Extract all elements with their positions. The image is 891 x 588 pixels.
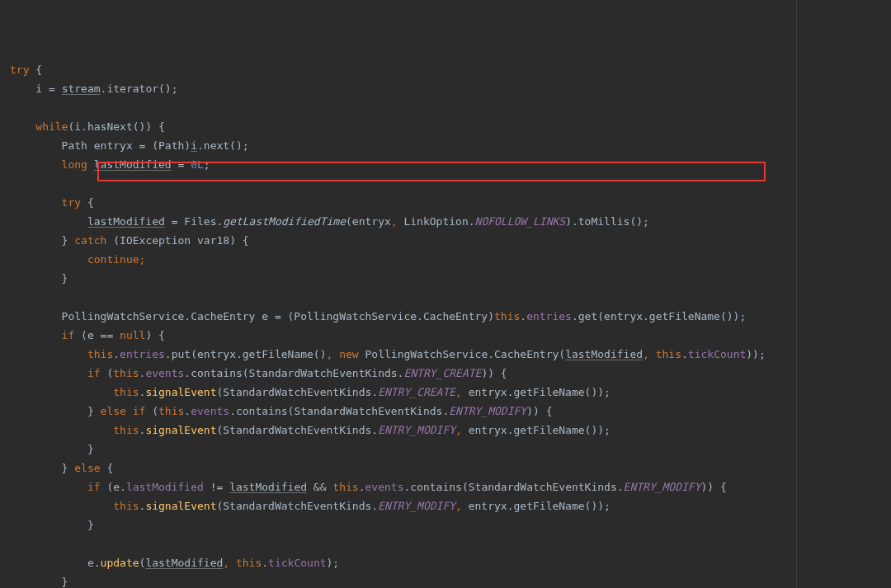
code-editor[interactable]: try { i = stream.iterator(); while(i.has…	[0, 0, 891, 588]
code-token: long	[10, 158, 94, 171]
code-token: .	[681, 348, 688, 360]
code-token: ,	[223, 557, 236, 569]
code-token: {	[81, 196, 94, 209]
code-line	[10, 98, 891, 117]
code-token: LinkOption.	[398, 215, 475, 228]
code-token: entryx.getFileName());	[462, 386, 610, 398]
code-token: this	[332, 481, 358, 493]
code-token: .	[184, 405, 191, 417]
code-token: entryx.getFileName());	[462, 424, 610, 436]
code-token: ENTRY_CREATE	[378, 386, 455, 398]
code-line: } else {	[10, 459, 891, 477]
code-line: }	[10, 269, 891, 288]
code-token: catch	[74, 234, 106, 247]
code-line: this.signalEvent(StandardWatchEventKinds…	[10, 421, 891, 440]
code-line: this.signalEvent(StandardWatchEventKinds…	[10, 383, 891, 402]
code-token: .iterator();	[101, 82, 178, 95]
code-token: ENTRY_CREATE	[403, 367, 481, 379]
code-token: ENTRY_MODIFY	[378, 424, 455, 436]
code-token: }	[10, 576, 68, 588]
code-token: .contains(StandardWatchEventKinds.	[184, 367, 403, 379]
code-token: lastModified	[126, 481, 204, 493]
code-token: ;	[204, 158, 210, 171]
code-line: this.entries.put(entryx.getFileName(), n…	[10, 345, 891, 364]
code-token: (i.hasNext()) {	[68, 120, 164, 133]
code-token: signalEvent	[145, 386, 216, 398]
code-token: i =	[10, 82, 62, 95]
code-token: .	[113, 348, 120, 360]
code-token: i	[191, 139, 197, 152]
code-line: long lastModified = 0L;	[10, 155, 891, 174]
code-token: )) {	[701, 481, 727, 493]
code-token: {	[101, 462, 114, 474]
code-token: .put(entryx.getFileName()	[165, 348, 327, 360]
code-token: =	[172, 158, 191, 171]
code-line: } catch (IOException var18) {	[10, 231, 891, 250]
code-token: {	[29, 64, 42, 76]
code-token: (IOException var18) {	[106, 234, 248, 247]
code-token: try	[10, 196, 81, 209]
code-token: .	[262, 557, 268, 569]
code-token: ,	[391, 215, 398, 228]
code-line	[10, 288, 891, 307]
code-token: lastModified	[565, 348, 643, 360]
code-token: = Files.	[165, 215, 223, 228]
code-token: }	[10, 443, 94, 455]
code-line: e.update(lastModified, this.tickCount);	[10, 553, 891, 572]
code-token: }	[10, 519, 94, 531]
code-token: Path entryx = (Path)	[10, 139, 191, 152]
code-token: continue;	[10, 253, 145, 266]
code-token: ) {	[145, 329, 164, 341]
right-margin-ruler	[796, 0, 797, 588]
code-line: }	[10, 515, 891, 534]
code-token: ENTRY_MODIFY	[378, 500, 455, 512]
code-token: (StandardWatchEventKinds.	[216, 500, 378, 512]
code-line: i = stream.iterator();	[10, 79, 891, 98]
code-token: , new	[327, 348, 359, 360]
code-token: this	[494, 310, 520, 322]
code-token: ));	[746, 348, 765, 360]
code-line: }	[10, 572, 891, 588]
code-token: !=	[204, 481, 229, 493]
code-token: else if	[101, 405, 146, 417]
code-token: .next();	[197, 139, 249, 152]
code-token: )) {	[526, 405, 552, 417]
code-token: lastModified	[87, 215, 165, 228]
code-line: PollingWatchService.CacheEntry e = (Poll…	[10, 307, 891, 326]
code-token: (	[101, 367, 114, 379]
code-token: .	[359, 481, 365, 493]
code-token: .contains(StandardWatchEventKinds.	[403, 481, 623, 493]
code-token: (entryx	[346, 215, 391, 228]
code-token: NOFOLLOW_LINKS	[475, 215, 566, 228]
code-token: getLastModifiedTime	[223, 215, 346, 228]
code-token: this	[236, 557, 262, 569]
code-token: (e ==	[74, 329, 120, 341]
code-token: )) {	[481, 367, 507, 379]
code-token: .	[520, 310, 526, 322]
code-line	[10, 534, 891, 553]
code-token: lastModified	[94, 158, 172, 171]
code-token: signalEvent	[145, 424, 216, 436]
code-token	[10, 215, 87, 228]
code-token: ENTRY_MODIFY	[449, 405, 526, 417]
code-token: ).toMillis();	[565, 215, 649, 228]
code-line: continue;	[10, 250, 891, 269]
code-token: (	[145, 405, 158, 417]
code-line: try {	[10, 60, 891, 79]
code-token: this	[158, 405, 184, 417]
code-token: null	[120, 329, 145, 341]
code-token: try	[10, 64, 29, 76]
code-token: }	[10, 462, 74, 474]
code-line: Path entryx = (Path)i.next();	[10, 136, 891, 155]
code-token: PollingWatchService.CacheEntry(	[359, 348, 565, 360]
code-line: if (this.events.contains(StandardWatchEv…	[10, 364, 891, 383]
code-line: try {	[10, 193, 891, 212]
code-line: }	[10, 440, 891, 459]
code-token: }	[10, 405, 101, 417]
code-token: }	[10, 234, 74, 247]
code-token: stream	[62, 82, 101, 95]
code-token: ,	[455, 500, 462, 512]
code-token: events	[191, 405, 229, 417]
code-line: this.signalEvent(StandardWatchEventKinds…	[10, 496, 891, 515]
code-token: ENTRY_MODIFY	[624, 481, 701, 493]
